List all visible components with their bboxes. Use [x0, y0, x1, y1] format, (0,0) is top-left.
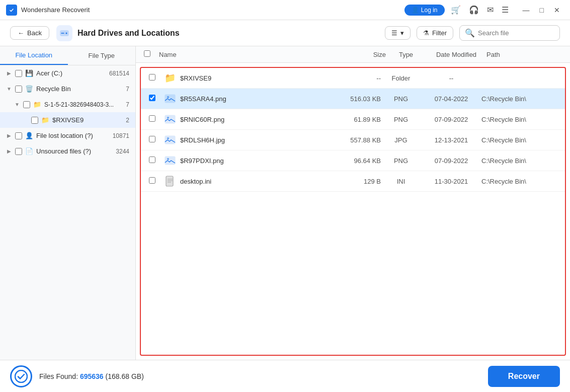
file-name-cell: desktop.ini: [164, 175, 331, 187]
image-icon: [164, 154, 176, 167]
row-checkbox[interactable]: [149, 177, 155, 184]
header-date: Date Modified: [426, 51, 486, 58]
file-type: Folder: [381, 74, 421, 82]
file-name: $RXIVSE9: [180, 74, 211, 82]
row-check: [149, 156, 164, 165]
sidebar-item-label: Acer (C:): [36, 69, 62, 77]
sidebar-item-file-lost[interactable]: ▶ 👤 File lost location (?) 10871: [0, 128, 135, 143]
table-row[interactable]: $R97PDXI.png 96.64 KB PNG 07-09-2022 C:\…: [141, 150, 565, 171]
recover-button[interactable]: Recover: [488, 366, 560, 387]
svg-point-9: [167, 137, 169, 139]
sidebar-item-acer[interactable]: ▶ 💾 Acer (C:) 681514: [0, 65, 135, 81]
file-date: 07-09-2022: [421, 157, 481, 165]
table-row[interactable]: 📁 $RXIVSE9 -- Folder --: [141, 68, 565, 89]
recycle-checkbox[interactable]: [15, 86, 22, 93]
table-row[interactable]: $RDLSH6H.jpg 557.88 KB JPG 12-13-2021 C:…: [141, 130, 565, 150]
table-row[interactable]: $RNIC60R.png 61.89 KB PNG 07-09-2022 C:\…: [141, 109, 565, 130]
file-type: PNG: [381, 95, 421, 103]
headset-button[interactable]: 🎧: [467, 3, 481, 17]
file-type: PNG: [381, 157, 421, 165]
file-name: $RDLSH6H.jpg: [180, 136, 225, 144]
sort-button[interactable]: ☰ ▾: [385, 26, 411, 40]
title-bar-right: 👤 Log in 🛒 🎧 ✉ ☰ — □ ✕: [404, 3, 564, 17]
mail-button[interactable]: ✉: [485, 3, 496, 17]
search-icon: 🔍: [465, 28, 475, 38]
file-type: PNG: [381, 116, 421, 123]
svg-rect-8: [165, 136, 175, 144]
file-date: 12-13-2021: [421, 136, 481, 144]
minimize-button[interactable]: —: [519, 5, 534, 15]
sidebar-item-label: Recycle Bin: [36, 85, 71, 93]
search-box[interactable]: 🔍: [459, 25, 560, 41]
files-found-text: Files Found: 695636 (168.68 GB): [39, 372, 144, 380]
file-list-container: 📁 $RXIVSE9 -- Folder --: [140, 67, 566, 356]
header-path: Path: [486, 51, 562, 58]
file-path: C:\Recycle Bin\: [481, 95, 557, 103]
row-checkbox[interactable]: [149, 74, 155, 81]
expand-arrow-icon: ▶: [6, 133, 12, 138]
select-all-checkbox[interactable]: [144, 50, 150, 57]
file-path: C:\Recycle Bin\: [481, 178, 557, 185]
file-size: 96.64 KB: [331, 157, 381, 165]
file-lost-checkbox[interactable]: [15, 132, 22, 139]
sidebar-item-label: Unsourced files (?): [36, 147, 91, 155]
cart-button[interactable]: 🛒: [449, 3, 463, 17]
window-controls: — □ ✕: [519, 5, 564, 15]
svg-rect-10: [165, 156, 175, 165]
file-name-cell: $RNIC60R.png: [164, 113, 331, 125]
folder-icon: 📁: [33, 101, 41, 108]
file-name: desktop.ini: [180, 178, 211, 185]
file-date: 11-30-2021: [421, 178, 481, 185]
row-check: [149, 177, 164, 185]
table-row[interactable]: desktop.ini 129 B INI 11-30-2021 C:\Recy…: [141, 171, 565, 192]
file-name: $R5SARA4.png: [180, 95, 226, 103]
sidebar-item-unsourced[interactable]: ▶ 📄 Unsourced files (?) 3244: [0, 143, 135, 159]
row-checkbox[interactable]: [149, 156, 155, 163]
sidebar-item-label: $RXIVSE9: [52, 116, 84, 124]
row-check: [149, 136, 164, 144]
sidebar-tab-bar: File Location File Type: [0, 46, 135, 65]
tab-file-location[interactable]: File Location: [0, 46, 68, 65]
row-checkbox[interactable]: [149, 95, 155, 101]
close-button[interactable]: ✕: [550, 5, 564, 15]
sidebar-item-sid[interactable]: ▼ 📁 S-1-5-21-3826948403-3... 7: [0, 97, 135, 112]
expand-arrow-icon: ▶: [6, 70, 12, 76]
menu-button[interactable]: ☰: [500, 3, 511, 17]
row-checkbox[interactable]: [149, 136, 155, 142]
trash-icon: 🗑️: [25, 85, 33, 93]
svg-point-11: [167, 158, 169, 160]
bottom-bar: Files Found: 695636 (168.68 GB) Recover: [0, 360, 570, 392]
svg-point-2: [65, 32, 67, 34]
page-title: Hard Drives and Locations: [77, 29, 180, 38]
login-button[interactable]: 👤 Log in: [404, 5, 445, 16]
file-date: 07-09-2022: [421, 116, 481, 123]
row-check: [149, 95, 164, 103]
acer-checkbox[interactable]: [15, 70, 22, 77]
svg-rect-4: [165, 95, 175, 103]
unsourced-checkbox[interactable]: [15, 148, 22, 155]
file-name-cell: 📁 $RXIVSE9: [164, 72, 331, 84]
row-checkbox[interactable]: [149, 115, 155, 122]
maximize-button[interactable]: □: [536, 5, 548, 15]
table-row[interactable]: $R5SARA4.png 516.03 KB PNG 07-04-2022 C:…: [141, 89, 565, 109]
filter-button[interactable]: ⚗ Filter: [417, 26, 453, 40]
sidebar-item-rxivse9[interactable]: 📁 $RXIVSE9 2: [0, 112, 135, 128]
sidebar-item-recycle[interactable]: ▼ 🗑️ Recycle Bin 7: [0, 81, 135, 97]
back-button[interactable]: ← Back: [10, 26, 49, 40]
title-bar-left: Wondershare Recoverit: [6, 5, 90, 16]
check-circle-icon: [10, 365, 32, 387]
file-name: $R97PDXI.png: [180, 157, 224, 165]
search-input[interactable]: [478, 29, 554, 37]
tab-file-type[interactable]: File Type: [68, 46, 136, 65]
sidebar-item-count: 2: [126, 117, 129, 124]
rxivse9-checkbox[interactable]: [31, 117, 38, 124]
file-date: 07-04-2022: [421, 95, 481, 103]
sidebar-item-count: 10871: [113, 132, 129, 139]
files-icon: 📄: [25, 147, 33, 155]
header-type: Type: [386, 51, 426, 58]
svg-point-0: [8, 7, 15, 14]
nav-left: ← Back Hard Drives and Locations: [10, 25, 180, 41]
expand-arrow-icon: ▼: [14, 102, 20, 107]
sid-checkbox[interactable]: [23, 101, 30, 108]
sidebar-item-label: File lost location (?): [36, 132, 93, 139]
